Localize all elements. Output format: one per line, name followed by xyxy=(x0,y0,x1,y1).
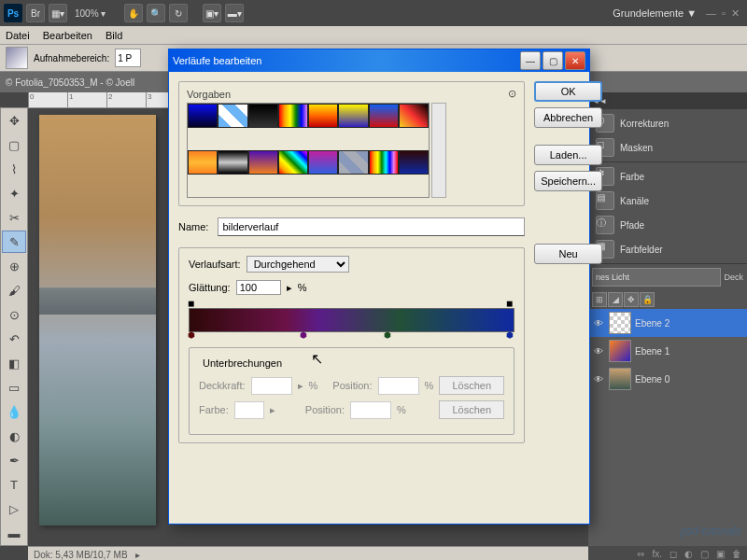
zoom-icon[interactable]: 🔍 xyxy=(147,4,165,22)
panel-farbe[interactable]: ✱Farbe xyxy=(588,164,747,189)
canvas-image[interactable] xyxy=(39,115,156,525)
preset-swatch[interactable] xyxy=(338,104,368,128)
blur-tool[interactable]: 💧 xyxy=(2,400,26,423)
hand-icon[interactable]: ✋ xyxy=(124,4,143,22)
maximize-icon[interactable]: ▫ xyxy=(722,7,726,20)
type-select[interactable]: Durchgehend xyxy=(247,256,349,273)
dialog-close-button[interactable]: ✕ xyxy=(565,51,585,70)
delete-opacity-button: Löschen xyxy=(439,376,504,395)
dialog-maximize-button[interactable]: ▢ xyxy=(543,51,563,70)
preset-swatch[interactable] xyxy=(369,150,399,175)
menu-datei[interactable]: Datei xyxy=(6,30,30,41)
tools-panel: ✥ ▢ ⌇ ✦ ✂ ✎ ⊕ 🖌 ⊙ ↶ ◧ ▭ 💧 ◐ ✒ T ▷ ▬ xyxy=(0,107,28,546)
preset-swatch[interactable] xyxy=(399,150,429,175)
status-dock: Dok: 5,43 MB/10,7 MB xyxy=(34,550,128,560)
adjlayer-icon[interactable]: ◐ xyxy=(682,549,696,559)
preset-swatch[interactable] xyxy=(248,150,278,175)
new-layer-icon[interactable]: ▣ xyxy=(713,549,727,559)
eraser-tool[interactable]: ◧ xyxy=(2,352,26,374)
load-button[interactable]: Laden... xyxy=(534,145,602,165)
workspace-selector[interactable]: Grundelemente ▼ xyxy=(613,7,697,19)
preset-swatch[interactable] xyxy=(278,150,308,175)
folder-icon[interactable]: ▢ xyxy=(698,549,712,559)
position-field-2 xyxy=(350,401,391,419)
preset-swatch[interactable] xyxy=(369,104,399,128)
opacity-stop-right[interactable]: ◼ xyxy=(506,299,515,310)
trash-icon[interactable]: 🗑 xyxy=(729,549,744,559)
lock-move-icon[interactable]: ✥ xyxy=(624,292,639,307)
panel-farbfelder[interactable]: ▦Farbfelder xyxy=(588,237,747,261)
panel-kanale[interactable]: ▤Kanäle xyxy=(588,189,747,213)
screen-mode-icon[interactable]: ▦▾ xyxy=(49,4,67,22)
panel-masken[interactable]: ◻Masken xyxy=(588,135,747,160)
color-stop-4[interactable]: ⬢ xyxy=(506,330,515,342)
fx-icon[interactable]: fx. xyxy=(649,549,665,559)
lasso-tool[interactable]: ⌇ xyxy=(2,158,26,180)
panel-korrekturen[interactable]: ◐Korrekturen xyxy=(588,111,747,135)
document-tab[interactable]: © Fotolia_7050353_M - © Joell xyxy=(6,77,134,88)
eyedropper-tool[interactable]: ✎ xyxy=(2,231,26,253)
close-app-icon[interactable]: ✕ xyxy=(731,7,740,20)
menu-bearbeiten[interactable]: Bearbeiten xyxy=(43,30,92,41)
arrange-icon[interactable]: ▣▾ xyxy=(203,4,221,22)
lock-all-icon[interactable]: 🔒 xyxy=(640,292,655,307)
preset-swatch[interactable] xyxy=(338,150,368,175)
gradient-editor-dialog: Verläufe bearbeiten — ▢ ✕ Vorgaben⊙ Name… xyxy=(168,49,590,525)
color-stop-1[interactable]: ⬢ xyxy=(188,330,197,342)
minimize-icon[interactable]: — xyxy=(706,7,716,20)
layer-row[interactable]: 👁Ebene 2 xyxy=(588,309,747,337)
move-tool[interactable]: ✥ xyxy=(2,109,26,132)
gradient-name-input[interactable] xyxy=(218,217,525,236)
marquee-tool[interactable]: ▢ xyxy=(2,133,26,156)
screen-icon[interactable]: ▬▾ xyxy=(225,4,244,22)
type-tool[interactable]: T xyxy=(2,473,26,496)
shape-tool[interactable]: ▬ xyxy=(2,522,26,544)
preset-swatch[interactable] xyxy=(278,104,308,128)
stamp-tool[interactable]: ⊙ xyxy=(2,303,26,326)
preset-swatch[interactable] xyxy=(218,150,247,175)
pen-tool[interactable]: ✒ xyxy=(2,449,26,471)
opacity-stop-left[interactable]: ◼ xyxy=(188,299,197,310)
preset-swatch[interactable] xyxy=(188,104,218,128)
tool-preset-icon[interactable] xyxy=(6,47,28,69)
gradient-tool[interactable]: ▭ xyxy=(2,376,26,399)
smooth-input[interactable] xyxy=(236,280,281,295)
mask-icon[interactable]: ◻ xyxy=(667,549,680,559)
preset-swatch[interactable] xyxy=(188,150,218,175)
layer-name: Ebene 2 xyxy=(635,318,669,329)
preset-swatch[interactable] xyxy=(218,104,247,128)
preset-swatch[interactable] xyxy=(308,104,338,128)
sample-input[interactable] xyxy=(115,49,141,67)
color-stop-2[interactable]: ⬢ xyxy=(300,330,309,342)
save-button[interactable]: Speichern... xyxy=(534,171,602,191)
presets-menu-icon[interactable]: ⊙ xyxy=(508,88,516,100)
preset-swatch[interactable] xyxy=(248,104,278,128)
smooth-arrow-icon[interactable]: ▸ xyxy=(287,282,292,294)
panel-pfade[interactable]: ⓘPfade xyxy=(588,213,747,237)
status-arrow-icon[interactable]: ▸ xyxy=(135,550,140,560)
presets-scrollbar[interactable] xyxy=(431,103,446,198)
heal-tool[interactable]: ⊕ xyxy=(2,255,26,277)
rotate-icon[interactable]: ↻ xyxy=(169,4,188,22)
crop-tool[interactable]: ✂ xyxy=(2,206,26,229)
cancel-button[interactable]: Abbrechen xyxy=(534,107,602,128)
new-button[interactable]: Neu xyxy=(534,244,602,264)
wand-tool[interactable]: ✦ xyxy=(2,182,26,204)
preset-swatch[interactable] xyxy=(308,150,338,175)
lock-pixel-icon[interactable]: ◢ xyxy=(608,292,623,307)
history-tool[interactable]: ↶ xyxy=(2,328,26,350)
dodge-tool[interactable]: ◐ xyxy=(2,425,26,447)
preset-swatch[interactable] xyxy=(399,104,429,128)
blend-mode-select[interactable] xyxy=(592,268,721,287)
dialog-minimize-button[interactable]: — xyxy=(520,51,541,70)
path-tool[interactable]: ▷ xyxy=(2,497,26,520)
layer-row[interactable]: 👁Ebene 0 xyxy=(588,365,747,393)
bridge-icon[interactable]: Br xyxy=(26,4,45,22)
link-icon[interactable]: ⇔ xyxy=(634,549,647,559)
ok-button[interactable]: OK xyxy=(534,81,602,102)
color-stop-3[interactable]: ⬢ xyxy=(384,330,393,342)
layer-row[interactable]: 👁Ebene 1 xyxy=(588,337,747,365)
menu-bild[interactable]: Bild xyxy=(106,30,122,41)
gradient-bar[interactable]: ◼ ◼ ⬢ ⬢ ⬢ ⬢ xyxy=(189,308,514,332)
brush-tool[interactable]: 🖌 xyxy=(2,279,26,301)
